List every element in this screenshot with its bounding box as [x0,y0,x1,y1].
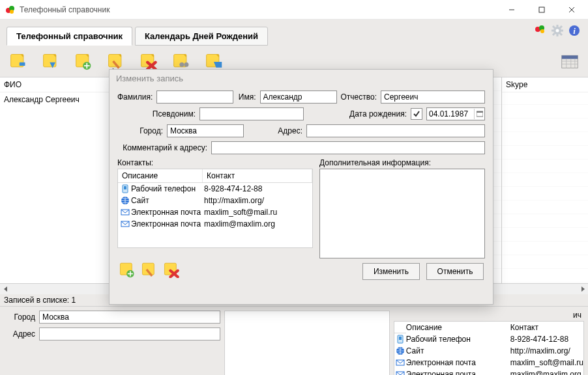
contact-delete-button[interactable] [163,261,180,280]
svg-rect-53 [396,372,404,375]
mail-icon [119,208,131,217]
name-input[interactable] [260,90,337,104]
tab-directory[interactable]: Телефонный справочник [7,27,132,46]
surname-input[interactable] [156,90,233,104]
contact-desc: Рабочий телефон [131,184,204,193]
contact-value: maxlim@maxlim.org [510,370,583,375]
contact-row[interactable]: Электронная почтаmaxlim@maxlim.org [394,368,583,375]
address-label: Адрес [4,329,35,339]
contact-row[interactable]: Сайтhttp://maxlim.org/ [118,195,312,206]
calendar-dropdown-icon[interactable] [474,109,484,119]
contacts-list: Описание Контакт Рабочий телефон8-928-47… [117,169,313,248]
column-fio-header[interactable]: ФИО [0,77,109,92]
contact-row[interactable]: Рабочий телефон8-928-474-12-88 [394,333,583,345]
name-label: Имя: [237,92,256,102]
svg-point-36 [179,62,184,67]
toolbar-btn-calendar[interactable] [558,49,581,73]
contact-desc: Сайт [406,346,510,355]
contact-add-button[interactable] [119,261,136,280]
contact-value: http://maxlim.org/ [204,196,312,205]
dob-field[interactable]: 04.01.1987 [426,107,485,120]
patronymic-input[interactable] [381,90,485,104]
contact-row[interactable]: Электронная почтаmaxlim_soft@mail.ru [394,357,583,368]
contact-value: maxlim_soft@mail.ru [204,208,312,217]
contact-value: maxlim@maxlim.org [204,219,312,229]
column-skype: Skype [502,77,588,283]
web-icon [119,196,131,205]
city-input[interactable] [39,311,220,324]
scroll-right-button[interactable] [577,284,588,294]
contact-value: 8-928-474-12-88 [510,335,583,344]
svg-marker-47 [4,286,7,292]
dob-checkbox[interactable] [411,108,422,120]
svg-rect-55 [477,111,483,113]
contact-row[interactable]: Электронная почтаmaxlim_soft@mail.ru [118,206,312,218]
addinfo-textarea[interactable] [319,169,485,258]
address-input-m[interactable] [306,124,485,137]
svg-rect-23 [20,62,25,66]
info-fieldset [224,311,390,375]
mail-icon [394,358,406,367]
contacts-col-cont[interactable]: Контакт [203,169,312,182]
svg-marker-48 [581,286,585,292]
svg-point-11 [556,29,559,33]
ok-button[interactable]: Изменить [362,263,420,280]
cancel-button[interactable]: Отменить [426,263,484,280]
city-input-m[interactable] [167,124,244,137]
maximize-button[interactable] [527,1,557,19]
bottom-col-desc[interactable]: Описание [406,322,510,333]
addinfo-label: Дополнительная информация: [319,158,485,167]
patronymic-label: Отчество: [341,92,377,102]
contact-desc: Электронная почта [131,219,204,229]
mail-icon [119,219,131,229]
window-title: Телефонный справочник [20,5,497,14]
svg-rect-50 [399,337,402,340]
svg-point-2 [10,10,14,14]
contact-value: 8-928-474-12-88 [204,184,312,193]
svg-text:i: i [573,26,576,36]
svg-line-16 [553,26,555,28]
titlebar: Телефонный справочник [0,0,588,20]
info-icon[interactable]: i [567,23,581,38]
edit-record-dialog: Изменить запись Фамилия: Имя: Отчество: … [109,69,493,305]
contacts-col-desc[interactable]: Описание [118,169,203,182]
contacts-label: Контакты: [117,158,313,167]
svg-point-37 [184,62,188,67]
dob-value: 04.01.1987 [427,109,474,118]
contact-row[interactable]: Сайтhttp://maxlim.org/ [394,345,583,357]
balloons-icon[interactable] [533,23,548,38]
address-input[interactable] [39,327,220,340]
contact-value: maxlim_soft@mail.ru [510,358,583,367]
list-row-0[interactable]: Александр Сергееич [0,92,109,107]
mail-icon [394,370,406,375]
contact-value: http://maxlim.org/ [510,346,583,355]
toolbar-btn-add[interactable] [72,49,95,73]
bottom-col-cont[interactable]: Контакт [510,322,583,333]
tab-calendar[interactable]: Календарь Дней Рождений [135,27,268,46]
phone-icon [119,184,131,193]
scroll-left-button[interactable] [0,284,11,294]
dialog-title: Изменить запись [110,70,493,87]
contact-desc: Электронная почта [131,208,204,217]
alias-input[interactable] [199,107,304,120]
phone-icon [394,335,406,344]
contact-row[interactable]: Электронная почтаmaxlim@maxlim.org [118,218,312,230]
web-icon [394,346,406,355]
dob-label: Дата рождения: [308,109,407,118]
svg-rect-57 [124,186,126,189]
svg-rect-41 [562,55,578,59]
addr-comment-input[interactable] [211,141,485,154]
contact-edit-button[interactable] [141,261,158,280]
column-fio: ФИО Александр Сергееич [0,77,110,283]
minimize-button[interactable] [497,1,527,19]
address-label-m: Адрес: [248,126,302,135]
bottom-panel: Город Адрес ич Описание Контакт Рабочий … [0,307,588,375]
contact-desc: Сайт [131,196,204,205]
gear-icon[interactable] [550,23,565,38]
toolbar-btn-1[interactable] [7,49,30,73]
toolbar-btn-2[interactable] [39,49,63,73]
column-skype-header[interactable]: Skype [502,77,588,92]
close-button[interactable] [557,1,587,19]
contact-row[interactable]: Рабочий телефон8-928-474-12-88 [118,183,312,195]
contact-desc: Электронная почта [406,370,510,375]
